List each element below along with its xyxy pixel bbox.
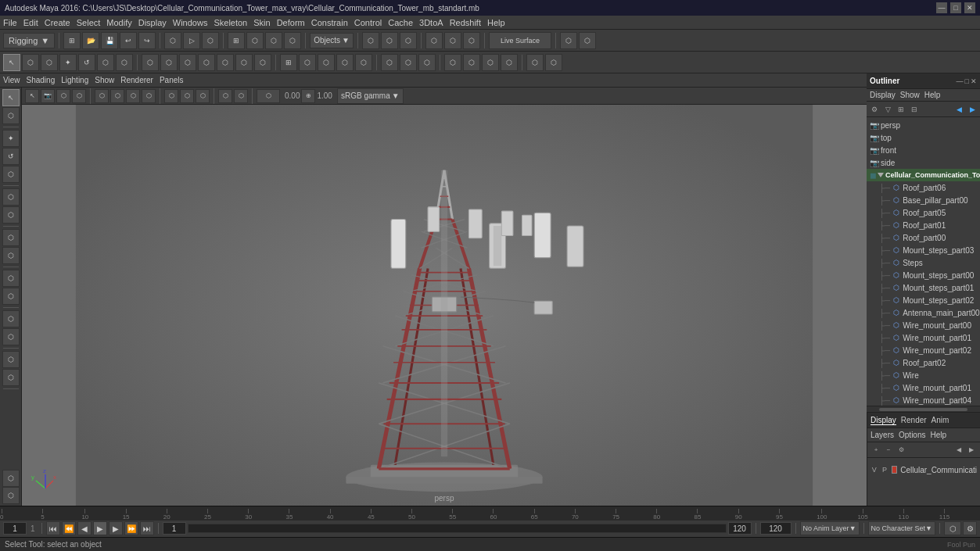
menu-display[interactable]: Display [138,18,167,27]
soft-select-tool[interactable]: ⬡ [41,54,58,71]
ol-icon-filter[interactable]: ▽ [881,103,894,116]
bevel-tool[interactable]: ⬡ [198,54,215,71]
start-frame-input[interactable] [163,522,186,535]
menu-windows[interactable]: Windows [173,18,208,27]
prev-frame-button[interactable]: ◀ [77,521,92,535]
tree-item-mount-steps00[interactable]: ├─ ⬡ Mount_steps_part00 [867,269,980,281]
menu-3dtoa[interactable]: 3DtoA [419,18,443,27]
tree-item-wire-mount04[interactable]: ├─ ⬡ Wire_mount_part04 [867,394,980,406]
menu-skin[interactable]: Skin [253,18,270,27]
xform4[interactable]: ⬡ [501,54,518,71]
select-tool[interactable]: ↖ [3,54,20,71]
smooth-mesh[interactable]: ⬡ [400,54,417,71]
fill-hole-tool[interactable]: ⬡ [355,54,372,71]
ol-icon-nav-right[interactable]: ▶ [966,103,978,116]
key-settings-button[interactable]: ⚙ [963,521,977,535]
tree-item-top[interactable]: 📷 top [867,131,980,144]
info-tool-left[interactable]: ⬡ [2,206,20,224]
vp-tb-xray[interactable]: ⬡ [72,89,86,103]
vp-tb-select[interactable]: ↖ [25,89,39,103]
current-frame-input[interactable] [3,522,27,535]
xform3[interactable]: ⬡ [482,54,499,71]
hide-selected-button[interactable]: ⬡ [463,32,480,49]
rotate-tool-left[interactable]: ↺ [2,148,20,165]
paint-effects-left[interactable]: ⬡ [2,288,20,305]
layer-tab-render[interactable]: Render [901,416,927,424]
gamma-dropdown[interactable]: sRGB gamma ▼ [337,88,404,104]
tree-item-roof01[interactable]: ├─ ⬡ Roof_part01 [867,219,980,231]
ol-icon-expand[interactable]: ⊞ [895,103,907,116]
vp-tb-grid[interactable]: ⬡ [218,89,232,103]
extra-btn1[interactable]: ⬡ [560,32,577,49]
ol-display-menu[interactable]: Display [870,91,896,99]
wire2[interactable]: ⬡ [545,54,562,71]
menu-skeleton[interactable]: Skeleton [214,18,247,27]
vp-menu-lighting[interactable]: Lighting [61,76,88,84]
rotate-tool[interactable]: ↺ [78,54,95,71]
bridge-tool[interactable]: ⬡ [318,54,335,71]
vp-menu-view[interactable]: View [3,76,20,84]
uv-tool-left[interactable]: ⬡ [2,470,20,487]
attr-tool-left[interactable]: ⬡ [2,487,20,504]
vp-tb-history[interactable]: ⬡ [56,89,70,103]
vp-menu-renderer[interactable]: Renderer [120,76,153,84]
tree-item-steps[interactable]: ├─ ⬡ Steps [867,256,980,269]
append-tool[interactable]: ⬡ [336,54,354,71]
vp-tb-light1[interactable]: ⬡ [164,89,178,103]
revolve-tool[interactable]: ⬡ [160,54,178,71]
outliner-tab-display[interactable]: Outliner [870,77,899,85]
outliner-max[interactable]: □ [965,77,969,85]
lasso-select-button[interactable]: ⬡ [381,32,398,49]
menu-file[interactable]: File [3,18,17,27]
ol-help-menu[interactable]: Help [924,91,941,99]
tree-item-side[interactable]: 📷 side [867,156,980,169]
extrude-tool[interactable]: ⬡ [179,54,196,71]
separate-tool[interactable]: ⬡ [299,54,316,71]
next-frame-button[interactable]: ▶ [109,521,123,535]
menu-modify[interactable]: Modify [106,18,131,27]
vp-tb-shadow[interactable]: ⬡ [196,89,210,103]
prev-key-button[interactable]: ⏪ [62,521,76,535]
lasso-tool[interactable]: ⬡ [22,54,39,71]
vp-tb-wireframe[interactable]: ⬡ [95,89,109,103]
snap-grid-button[interactable]: ⊞ [228,32,245,49]
xform2[interactable]: ⬡ [463,54,480,71]
timeline-range[interactable] [188,524,727,533]
menu-cache[interactable]: Cache [388,18,413,27]
play-end-button[interactable]: ⏭ [140,521,154,535]
ol-icon-select[interactable]: ◀ [953,103,965,116]
tree-item-base-pillar[interactable]: ├─ ⬡ Base_pillar_part00 [867,194,980,206]
hide-unselected-button[interactable]: ⬡ [444,32,461,49]
outliner-scroll-bar[interactable] [867,406,980,412]
measure-left[interactable]: ⬡ [2,310,20,327]
constraint-tool-left[interactable]: ⬡ [2,369,20,386]
auto-key-button[interactable]: ⬡ [944,521,961,535]
vp-menu-shading[interactable]: Shading [27,76,56,84]
param-tool-left[interactable]: ⬡ [2,328,20,345]
paint-scene-left[interactable]: ⬡ [2,270,20,287]
tree-item-wire-mount01[interactable]: ├─ ⬡ Wire_mount_part01 [867,331,980,344]
tree-item-front[interactable]: 📷 front [867,144,980,156]
layer-tab-anim[interactable]: Anim [932,416,949,424]
outliner-scroll-area[interactable]: 📷 persp 📷 top 📷 front 📷 side [867,117,980,406]
vp-tb-smooth[interactable]: ⬡ [110,89,124,103]
outliner-scroll-thumb[interactable] [879,408,967,411]
layer-tab-display[interactable]: Display [871,416,896,425]
close-button[interactable]: ✕ [964,2,975,13]
move-tool[interactable]: ✦ [59,54,77,71]
menu-deform[interactable]: Deform [277,18,305,27]
vp-tb-flat[interactable]: ⬡ [126,89,140,103]
tree-item-mount-steps02[interactable]: ├─ ⬡ Mount_steps_part02 [867,294,980,306]
next-key-button[interactable]: ⏩ [124,521,138,535]
play-button[interactable]: ▶ [93,521,107,535]
play-start-button[interactable]: ⏮ [46,521,60,535]
layer-menu-options[interactable]: Options [899,431,925,439]
ipr-button[interactable]: ⬡ [202,32,219,49]
scale-tool-left[interactable]: ⬡ [2,166,20,183]
intersect-tool[interactable]: ⬡ [254,54,271,71]
fps-input[interactable] [760,522,792,535]
ol-icon-settings[interactable]: ⚙ [868,103,881,116]
maximize-button[interactable]: □ [950,2,961,13]
ol-icon-collapse[interactable]: ⊟ [908,103,921,116]
paint-tool-left[interactable]: ⬡ [2,107,20,124]
